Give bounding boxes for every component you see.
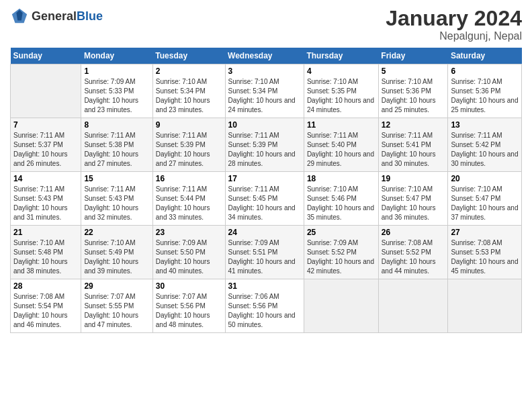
day-number: 3 <box>228 66 301 76</box>
day-info: Sunrise: 7:08 AM Sunset: 5:53 PM Dayligh… <box>451 238 519 276</box>
calendar-cell: 20 Sunrise: 7:10 AM Sunset: 5:47 PM Dayl… <box>448 172 522 226</box>
day-number: 14 <box>13 174 78 183</box>
sunset: Sunset: 5:50 PM <box>156 248 206 256</box>
sunset: Sunset: 5:47 PM <box>382 195 431 202</box>
sunset: Sunset: 5:46 PM <box>307 195 357 202</box>
day-number: 7 <box>13 120 78 130</box>
sunrise: Sunrise: 7:11 AM <box>84 132 135 139</box>
day-number: 13 <box>451 120 519 130</box>
sunrise: Sunrise: 7:08 AM <box>13 293 64 300</box>
calendar-cell: 5 Sunrise: 7:10 AM Sunset: 5:36 PM Dayli… <box>378 64 448 118</box>
day-number: 6 <box>451 66 519 76</box>
sunset: Sunset: 5:40 PM <box>307 141 357 148</box>
page-subtitle: Nepalgunj, Nepal <box>386 30 522 42</box>
sunrise: Sunrise: 7:10 AM <box>13 239 64 246</box>
sunset: Sunset: 5:52 PM <box>382 248 431 256</box>
sunrise: Sunrise: 7:07 AM <box>156 293 207 300</box>
calendar-table: Sunday Monday Tuesday Wednesday Thursday… <box>10 48 522 333</box>
day-info: Sunrise: 7:10 AM Sunset: 5:48 PM Dayligh… <box>13 238 78 276</box>
sunrise: Sunrise: 7:10 AM <box>382 78 433 85</box>
sunset: Sunset: 5:49 PM <box>84 248 134 256</box>
sunset: Sunset: 5:55 PM <box>84 302 134 310</box>
calendar-cell: 4 Sunrise: 7:10 AM Sunset: 5:35 PM Dayli… <box>304 64 378 118</box>
logo: GeneralBlue <box>10 7 103 26</box>
calendar-week-0: 1 Sunrise: 7:09 AM Sunset: 5:33 PM Dayli… <box>11 64 522 118</box>
daylight: Daylight: 10 hours and 40 minutes. <box>156 258 210 275</box>
day-number: 11 <box>307 120 375 130</box>
title-area: January 2024 Nepalgunj, Nepal <box>386 7 522 42</box>
sunset: Sunset: 5:35 PM <box>307 87 357 95</box>
calendar-cell: 25 Sunrise: 7:09 AM Sunset: 5:52 PM Dayl… <box>304 226 378 279</box>
day-number: 24 <box>228 228 301 237</box>
calendar-week-2: 14 Sunrise: 7:11 AM Sunset: 5:43 PM Dayl… <box>11 172 522 226</box>
day-number: 28 <box>13 281 78 291</box>
day-number: 19 <box>382 174 445 183</box>
daylight: Daylight: 10 hours and 25 minutes. <box>451 97 518 113</box>
daylight: Daylight: 10 hours and 37 minutes. <box>451 204 518 221</box>
daylight: Daylight: 10 hours and 31 minutes. <box>13 204 68 221</box>
day-number: 18 <box>307 174 375 183</box>
sunrise: Sunrise: 7:08 AM <box>451 239 502 246</box>
daylight: Daylight: 10 hours and 46 minutes. <box>13 312 68 328</box>
sunset: Sunset: 5:39 PM <box>156 141 206 148</box>
sunset: Sunset: 5:43 PM <box>13 195 63 202</box>
calendar-cell: 24 Sunrise: 7:09 AM Sunset: 5:51 PM Dayl… <box>225 226 304 279</box>
daylight: Daylight: 10 hours and 23 minutes. <box>156 97 210 113</box>
day-number: 26 <box>382 228 445 237</box>
day-number: 30 <box>156 281 222 291</box>
day-number: 20 <box>451 174 519 183</box>
sunrise: Sunrise: 7:11 AM <box>307 132 358 139</box>
sunrise: Sunrise: 7:06 AM <box>228 293 279 300</box>
sunset: Sunset: 5:44 PM <box>156 195 206 202</box>
sunrise: Sunrise: 7:10 AM <box>307 185 358 193</box>
calendar-cell: 3 Sunrise: 7:10 AM Sunset: 5:34 PM Dayli… <box>225 64 304 118</box>
calendar-cell: 29 Sunrise: 7:07 AM Sunset: 5:55 PM Dayl… <box>81 279 152 333</box>
sunset: Sunset: 5:52 PM <box>307 248 357 256</box>
sunrise: Sunrise: 7:11 AM <box>156 132 207 139</box>
sunset: Sunset: 5:54 PM <box>13 302 63 310</box>
calendar-cell: 12 Sunrise: 7:11 AM Sunset: 5:41 PM Dayl… <box>378 118 448 172</box>
day-info: Sunrise: 7:09 AM Sunset: 5:50 PM Dayligh… <box>156 238 222 276</box>
logo-blue: Blue <box>77 9 103 23</box>
day-info: Sunrise: 7:10 AM Sunset: 5:36 PM Dayligh… <box>451 77 519 115</box>
day-number: 8 <box>84 120 149 130</box>
sunrise: Sunrise: 7:10 AM <box>382 185 433 193</box>
sunrise: Sunrise: 7:10 AM <box>307 78 358 85</box>
daylight: Daylight: 10 hours and 29 minutes. <box>307 150 374 167</box>
sunset: Sunset: 5:37 PM <box>13 141 63 148</box>
day-info: Sunrise: 7:11 AM Sunset: 5:40 PM Dayligh… <box>307 131 375 169</box>
sunrise: Sunrise: 7:09 AM <box>307 239 358 246</box>
day-number: 29 <box>84 281 149 291</box>
sunrise: Sunrise: 7:11 AM <box>451 132 502 139</box>
day-info: Sunrise: 7:09 AM Sunset: 5:51 PM Dayligh… <box>228 238 301 276</box>
calendar-cell: 18 Sunrise: 7:10 AM Sunset: 5:46 PM Dayl… <box>304 172 378 226</box>
sunrise: Sunrise: 7:11 AM <box>156 185 207 193</box>
logo-text: GeneralBlue <box>32 9 103 24</box>
sunset: Sunset: 5:41 PM <box>382 141 431 148</box>
daylight: Daylight: 10 hours and 44 minutes. <box>382 258 436 275</box>
sunrise: Sunrise: 7:09 AM <box>156 239 207 246</box>
page-title: January 2024 <box>386 7 522 30</box>
calendar-cell <box>11 64 81 118</box>
day-info: Sunrise: 7:11 AM Sunset: 5:43 PM Dayligh… <box>13 185 78 222</box>
calendar-cell: 19 Sunrise: 7:10 AM Sunset: 5:47 PM Dayl… <box>378 172 448 226</box>
sunrise: Sunrise: 7:10 AM <box>228 78 279 85</box>
daylight: Daylight: 10 hours and 42 minutes. <box>307 258 374 275</box>
sunrise: Sunrise: 7:10 AM <box>451 185 502 193</box>
day-info: Sunrise: 7:08 AM Sunset: 5:52 PM Dayligh… <box>382 238 445 276</box>
calendar-cell: 16 Sunrise: 7:11 AM Sunset: 5:44 PM Dayl… <box>152 172 225 226</box>
header-row: Sunday Monday Tuesday Wednesday Thursday… <box>11 48 522 64</box>
sunset: Sunset: 5:53 PM <box>451 248 500 256</box>
day-info: Sunrise: 7:09 AM Sunset: 5:33 PM Dayligh… <box>84 77 149 115</box>
sunrise: Sunrise: 7:09 AM <box>84 78 135 85</box>
day-number: 23 <box>156 228 222 237</box>
daylight: Daylight: 10 hours and 36 minutes. <box>382 204 436 221</box>
calendar-week-1: 7 Sunrise: 7:11 AM Sunset: 5:37 PM Dayli… <box>11 118 522 172</box>
calendar-cell: 15 Sunrise: 7:11 AM Sunset: 5:43 PM Dayl… <box>81 172 152 226</box>
daylight: Daylight: 10 hours and 25 minutes. <box>382 97 436 113</box>
sunrise: Sunrise: 7:11 AM <box>228 132 279 139</box>
sunrise: Sunrise: 7:10 AM <box>451 78 502 85</box>
day-number: 4 <box>307 66 375 76</box>
header-wednesday: Wednesday <box>225 48 304 64</box>
calendar-cell: 7 Sunrise: 7:11 AM Sunset: 5:37 PM Dayli… <box>11 118 81 172</box>
